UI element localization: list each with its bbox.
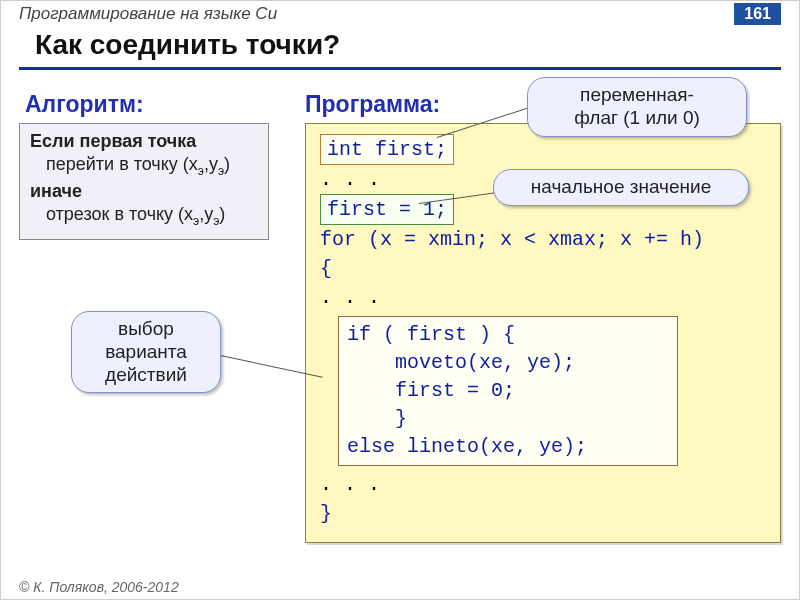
algo-else: иначе <box>30 181 82 201</box>
code-for: for (x = xmin; x < xmax; x += h) <box>320 225 766 254</box>
content: Алгоритм: Программа: Если первая точка п… <box>19 91 781 569</box>
section-prog-title: Программа: <box>305 91 440 118</box>
footer-copyright: © К. Поляков, 2006-2012 <box>19 579 179 595</box>
code-brace-close: } <box>320 499 766 528</box>
page-number: 161 <box>734 3 781 25</box>
code-brace-open: { <box>320 254 766 283</box>
algo-else-body: отрезок в точку (xэ,yэ) <box>30 203 258 229</box>
header-bar: Программирование на языке Си 161 <box>1 1 799 27</box>
callout-init: начальное значение <box>493 169 749 206</box>
code-decl-highlight: int first; <box>320 134 454 165</box>
course-name: Программирование на языке Си <box>19 4 277 24</box>
callout-choice: выбор варианта действий <box>71 311 221 393</box>
title-rule <box>19 67 781 70</box>
code-ellipsis-3: . . . <box>320 470 766 499</box>
callout-flag: переменная- флаг (1 или 0) <box>527 77 747 137</box>
code-ellipsis-2: . . . <box>320 283 766 312</box>
slide: Программирование на языке Си 161 Как сое… <box>0 0 800 600</box>
section-algo-title: Алгоритм: <box>25 91 144 118</box>
code-init-highlight: first = 1; <box>320 194 454 225</box>
code-if-block: if ( first ) { moveto(xe, ye); first = 0… <box>338 316 678 466</box>
algo-then: перейти в точку (xэ,yэ) <box>30 153 258 179</box>
algo-if: Если первая точка <box>30 131 196 151</box>
algorithm-box: Если первая точка перейти в точку (xэ,yэ… <box>19 123 269 240</box>
page-title: Как соединить точки? <box>1 27 799 63</box>
